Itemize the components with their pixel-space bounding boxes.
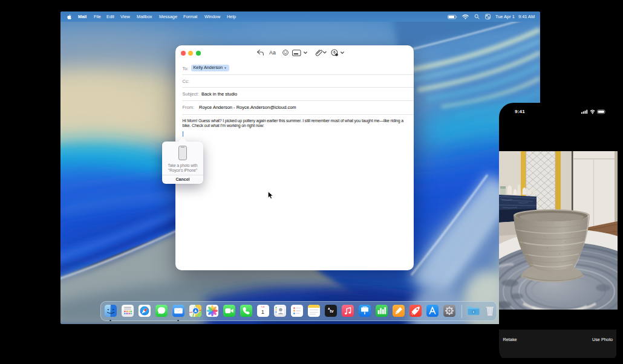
svg-text:tv: tv (330, 308, 333, 313)
